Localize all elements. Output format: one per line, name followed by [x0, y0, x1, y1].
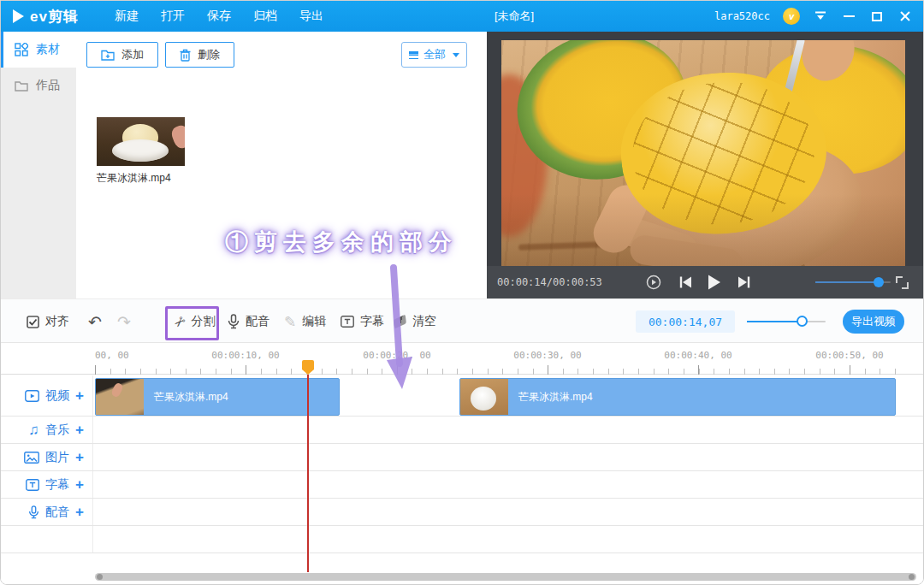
app-window: ev剪辑 新建 打开 保存 归档 导出 [未命名] lara520cc v — [0, 0, 924, 585]
add-music-button[interactable]: + — [75, 422, 84, 437]
add-video-button[interactable]: + — [75, 388, 84, 403]
clip-filename: 芒果冰淇淋.mp4 — [518, 390, 593, 405]
track-empty — [1, 526, 924, 553]
media-thumbnail[interactable] — [97, 117, 185, 166]
subtitle-label: 字幕 — [360, 314, 384, 329]
edit-toolbar: 对齐 ↶ ↷ ✂ 分割 配音 ✎ 编辑 — [1, 298, 924, 343]
undo-button[interactable]: ↶ — [88, 299, 102, 344]
subtitle-button[interactable]: 字幕 — [341, 299, 384, 344]
user-avatar[interactable]: v — [783, 8, 800, 25]
track-video-label: 视频 + — [1, 375, 93, 416]
loop-button[interactable] — [645, 274, 662, 291]
timeline-panel: 00, 00 00:00:10, 00 00:00:20, 00 00:00:3… — [1, 343, 924, 585]
tab-material[interactable]: 素材 — [1, 32, 76, 68]
timeline-clip-1[interactable]: 芒果冰淇淋.mp4 — [95, 378, 340, 416]
close-icon — [899, 10, 911, 22]
library-buttons: 添加 删除 — [86, 42, 234, 68]
username[interactable]: lara520cc — [714, 10, 770, 22]
undo-icon: ↶ — [88, 312, 102, 332]
timeline-ruler[interactable]: 00, 00 00:00:10, 00 00:00:20, 00 00:00:3… — [1, 343, 924, 375]
track-picture-label: 图片 + — [1, 444, 93, 470]
video-frame-art — [749, 40, 905, 184]
add-media-button[interactable]: 添加 — [86, 42, 158, 68]
checkbox-checked-icon — [27, 316, 39, 328]
redo-button[interactable]: ↷ — [117, 299, 131, 344]
clip-thumbnail — [96, 378, 144, 416]
filter-dropdown-value: 全部 — [424, 47, 446, 62]
ruler-major-tick — [548, 365, 548, 375]
align-toggle[interactable]: 对齐 — [27, 299, 69, 344]
library-panel: 素材 作品 添加 — [1, 32, 487, 298]
menu-new[interactable]: 新建 — [115, 9, 139, 24]
pencil-icon: ✎ — [284, 313, 296, 331]
tab-works[interactable]: 作品 — [1, 68, 76, 103]
app-logo: ev剪辑 — [13, 7, 79, 27]
video-frame-art — [501, 74, 548, 237]
menu-export[interactable]: 导出 — [299, 9, 323, 24]
timeline-horizontal-scrollbar[interactable] — [95, 573, 916, 581]
delete-media-button[interactable]: 删除 — [165, 42, 234, 68]
list-icon — [409, 51, 418, 59]
previous-frame-button[interactable] — [678, 275, 693, 289]
track-picture: 图片 + — [1, 444, 924, 471]
ruler-label: 00:00:40, 00 — [664, 350, 732, 361]
microphone-icon — [228, 314, 240, 329]
track-label-text: 音乐 — [45, 422, 69, 438]
add-media-label: 添加 — [121, 47, 144, 62]
dub-button[interactable]: 配音 — [228, 299, 270, 344]
menu-open[interactable]: 打开 — [161, 9, 185, 24]
titlebar: ev剪辑 新建 打开 保存 归档 导出 [未命名] lara520cc v — [1, 1, 923, 32]
track-subtitle: 字幕 + — [1, 471, 924, 499]
document-title: [未命名] — [495, 9, 534, 24]
minimize-button[interactable] — [841, 9, 856, 24]
main-menu: 新建 打开 保存 归档 导出 — [115, 9, 323, 24]
ruler-major-tick — [698, 365, 699, 375]
preview-video[interactable] — [501, 40, 905, 266]
menu-save[interactable]: 保存 — [207, 9, 231, 24]
zoom-slider-handle[interactable] — [797, 316, 808, 327]
ruler-minor-ticks — [95, 369, 909, 375]
playhead-marker[interactable] — [302, 360, 314, 369]
collapse-to-tray-button[interactable] — [813, 9, 828, 24]
menu-archive[interactable]: 归档 — [253, 9, 277, 24]
export-video-button[interactable]: 导出视频 — [843, 310, 904, 334]
add-subtitle-button[interactable]: + — [75, 477, 84, 492]
tab-works-label: 作品 — [36, 78, 60, 93]
fullscreen-button[interactable] — [896, 276, 909, 289]
thumbnail-art — [169, 123, 185, 150]
main-area: 素材 作品 添加 — [1, 32, 924, 298]
play-button[interactable] — [705, 274, 722, 291]
track-subtitle-label: 字幕 + — [1, 471, 93, 498]
next-frame-button[interactable] — [737, 275, 752, 289]
close-button[interactable] — [897, 9, 913, 24]
chevron-down-icon — [453, 53, 459, 57]
edit-button[interactable]: ✎ 编辑 — [284, 299, 326, 344]
ruler-label: 00:00:20, 00 — [363, 350, 430, 361]
play-icon — [705, 274, 722, 291]
ruler-label: 00:00:50, 00 — [815, 350, 883, 361]
next-frame-icon — [737, 275, 752, 289]
zoom-slider-fill — [747, 321, 802, 322]
volume-slider[interactable] — [815, 281, 891, 283]
maximize-button[interactable] — [869, 9, 885, 24]
annotation-text: ①剪去多余的部分 — [196, 227, 487, 257]
timeline-clip-2[interactable]: 芒果冰淇淋.mp4 — [459, 378, 896, 416]
playhead-line[interactable] — [307, 375, 309, 572]
media-item[interactable]: 芒果冰淇淋.mp4 — [97, 117, 185, 186]
filter-dropdown[interactable]: 全部 — [401, 42, 467, 68]
align-label: 对齐 — [45, 314, 69, 329]
video-frame-art — [628, 233, 744, 266]
volume-slider-handle[interactable] — [874, 277, 884, 287]
previous-frame-icon — [678, 275, 693, 289]
maximize-icon — [872, 12, 882, 21]
picture-icon — [24, 452, 39, 464]
add-dub-button[interactable]: + — [75, 505, 84, 519]
clear-button[interactable]: 清空 — [394, 299, 436, 344]
app-name: ev剪辑 — [30, 7, 79, 27]
timeline-zoom-slider[interactable] — [747, 321, 826, 322]
add-picture-button[interactable]: + — [75, 450, 84, 464]
track-video: 视频 + 芒果冰淇淋.mp4 芒果冰淇淋.mp4 — [1, 375, 924, 417]
video-frame-art — [613, 62, 834, 244]
music-note-icon: ♫ — [28, 422, 39, 439]
split-button[interactable]: ✂ 分割 — [174, 299, 215, 344]
